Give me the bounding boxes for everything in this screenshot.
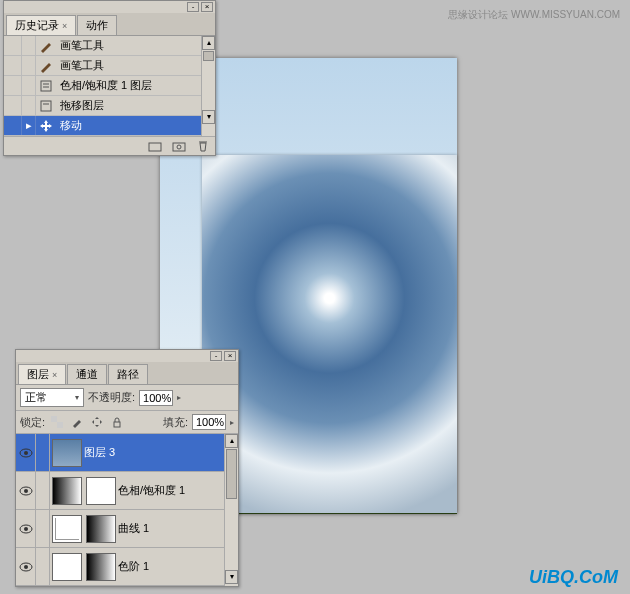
layer-item[interactable]: 色阶 1: [16, 548, 224, 586]
layer-name: 图层 3: [84, 445, 115, 460]
tab-layers[interactable]: 图层×: [18, 364, 66, 384]
tab-label: 通道: [76, 367, 98, 382]
history-item[interactable]: ▸移动: [4, 116, 201, 136]
tab-label: 历史记录: [15, 18, 59, 33]
scroll-up-icon[interactable]: ▴: [202, 36, 215, 50]
layer-thumbnail[interactable]: [52, 439, 82, 467]
tab-paths[interactable]: 路径: [108, 364, 148, 384]
mask-thumbnail[interactable]: [86, 515, 116, 543]
svg-rect-10: [114, 422, 120, 427]
chevron-down-icon: ▾: [75, 393, 79, 402]
layer-thumbnail[interactable]: [52, 515, 82, 543]
scroll-thumb[interactable]: [226, 449, 237, 499]
blend-mode-label: 正常: [25, 390, 47, 405]
history-label: 画笔工具: [56, 58, 104, 73]
close-icon[interactable]: ×: [62, 21, 67, 31]
history-footer: [4, 136, 215, 155]
mask-thumbnail[interactable]: [86, 553, 116, 581]
scroll-down-icon[interactable]: ▾: [202, 110, 215, 124]
svg-rect-5: [149, 143, 161, 151]
opacity-label: 不透明度:: [88, 390, 135, 405]
layer-name: 曲线 1: [118, 521, 149, 536]
scroll-thumb[interactable]: [203, 51, 214, 61]
svg-point-18: [24, 565, 28, 569]
watermark-bottom: UiBQ.CoM: [529, 567, 618, 588]
history-tabs: 历史记录× 动作: [4, 13, 215, 36]
svg-point-16: [24, 527, 28, 531]
lock-label: 锁定:: [20, 415, 45, 430]
svg-rect-0: [41, 81, 51, 91]
fill-label: 填充:: [163, 415, 188, 430]
tab-channels[interactable]: 通道: [67, 364, 107, 384]
close-button[interactable]: ×: [224, 351, 236, 361]
opacity-slider-icon[interactable]: ▸: [177, 393, 181, 402]
move-icon: [36, 119, 56, 133]
snapshot-icon[interactable]: [147, 139, 163, 153]
watermark-top: 思缘设计论坛 WWW.MISSYUAN.COM: [448, 8, 620, 22]
svg-rect-8: [51, 416, 57, 422]
tab-history[interactable]: 历史记录×: [6, 15, 76, 35]
brush-icon: [36, 59, 56, 73]
layer-thumbnail[interactable]: [52, 477, 82, 505]
history-item[interactable]: 拖移图层: [4, 96, 201, 116]
history-panel: - × 历史记录× 动作 画笔工具 画笔工具 色相/饱和度 1 图层 拖移图层 …: [3, 0, 216, 156]
fill-slider-icon[interactable]: ▸: [230, 418, 234, 427]
scroll-up-icon[interactable]: ▴: [225, 434, 238, 448]
tab-label: 动作: [86, 18, 108, 33]
placed-image[interactable]: [202, 155, 457, 513]
lock-all-icon[interactable]: [109, 415, 125, 429]
brush-icon: [36, 39, 56, 53]
svg-rect-9: [57, 422, 63, 428]
scroll-down-icon[interactable]: ▾: [225, 570, 238, 584]
history-label: 拖移图层: [56, 98, 104, 113]
scrollbar[interactable]: ▴ ▾: [201, 36, 215, 136]
visibility-icon[interactable]: [16, 510, 36, 547]
lock-position-icon[interactable]: [89, 415, 105, 429]
fill-input[interactable]: 100%: [192, 414, 226, 430]
minimize-button[interactable]: -: [210, 351, 222, 361]
history-item[interactable]: 画笔工具: [4, 36, 201, 56]
history-item[interactable]: 色相/饱和度 1 图层: [4, 76, 201, 96]
minimize-button[interactable]: -: [187, 2, 199, 12]
layer-list: 图层 3 色相/饱和度 1 曲线 1 色阶 1: [16, 434, 224, 586]
svg-rect-6: [173, 143, 185, 151]
visibility-icon[interactable]: [16, 472, 36, 509]
visibility-icon[interactable]: [16, 548, 36, 585]
camera-icon[interactable]: [171, 139, 187, 153]
lock-pixels-icon[interactable]: [69, 415, 85, 429]
layer-item[interactable]: 色相/饱和度 1: [16, 472, 224, 510]
layer-item[interactable]: 曲线 1: [16, 510, 224, 548]
svg-point-14: [24, 489, 28, 493]
layer-name: 色相/饱和度 1: [118, 483, 185, 498]
close-icon[interactable]: ×: [52, 370, 57, 380]
layer-item[interactable]: 图层 3: [16, 434, 224, 472]
layer-thumbnail[interactable]: [52, 553, 82, 581]
blend-mode-select[interactable]: 正常▾: [20, 388, 84, 407]
svg-point-12: [24, 451, 28, 455]
history-list: 画笔工具 画笔工具 色相/饱和度 1 图层 拖移图层 ▸移动: [4, 36, 201, 136]
svg-rect-3: [41, 101, 51, 111]
tab-label: 路径: [117, 367, 139, 382]
adjust-icon: [36, 79, 56, 93]
scrollbar[interactable]: ▴ ▾: [224, 434, 238, 586]
layer-name: 色阶 1: [118, 559, 149, 574]
history-label: 色相/饱和度 1 图层: [56, 78, 152, 93]
trash-icon[interactable]: [195, 139, 211, 153]
tab-label: 图层: [27, 367, 49, 382]
adjust-icon: [36, 99, 56, 113]
tab-actions[interactable]: 动作: [77, 15, 117, 35]
lock-transparent-icon[interactable]: [49, 415, 65, 429]
svg-point-7: [177, 145, 181, 149]
layers-panel: - × 图层× 通道 路径 正常▾ 不透明度: 100% ▸ 锁定: 填充: 1…: [15, 349, 239, 587]
opacity-input[interactable]: 100%: [139, 390, 173, 406]
close-button[interactable]: ×: [201, 2, 213, 12]
visibility-icon[interactable]: [16, 434, 36, 471]
mask-thumbnail[interactable]: [86, 477, 116, 505]
history-label: 画笔工具: [56, 38, 104, 53]
history-label: 移动: [56, 118, 82, 133]
history-item[interactable]: 画笔工具: [4, 56, 201, 76]
layers-tabs: 图层× 通道 路径: [16, 362, 238, 385]
